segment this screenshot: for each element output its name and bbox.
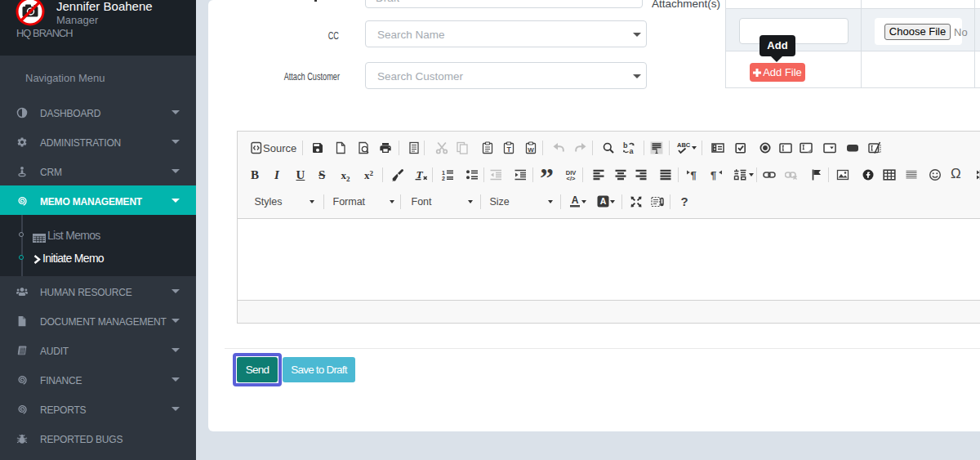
svg-text:2: 2 xyxy=(442,176,445,181)
svg-text:¶: ¶ xyxy=(710,169,716,181)
svg-text:T: T xyxy=(506,145,511,154)
svg-text:1: 1 xyxy=(442,170,445,176)
svg-text:</>: </> xyxy=(567,175,576,182)
svg-text:a: a xyxy=(630,147,635,155)
svg-text:ABC: ABC xyxy=(677,141,691,149)
svg-text:W: W xyxy=(528,146,534,154)
svg-text:A: A xyxy=(572,194,579,206)
svg-text:¶: ¶ xyxy=(690,169,696,181)
svg-text:b: b xyxy=(623,141,628,150)
svg-text:A: A xyxy=(599,196,606,206)
svg-text:T: T xyxy=(416,168,424,181)
